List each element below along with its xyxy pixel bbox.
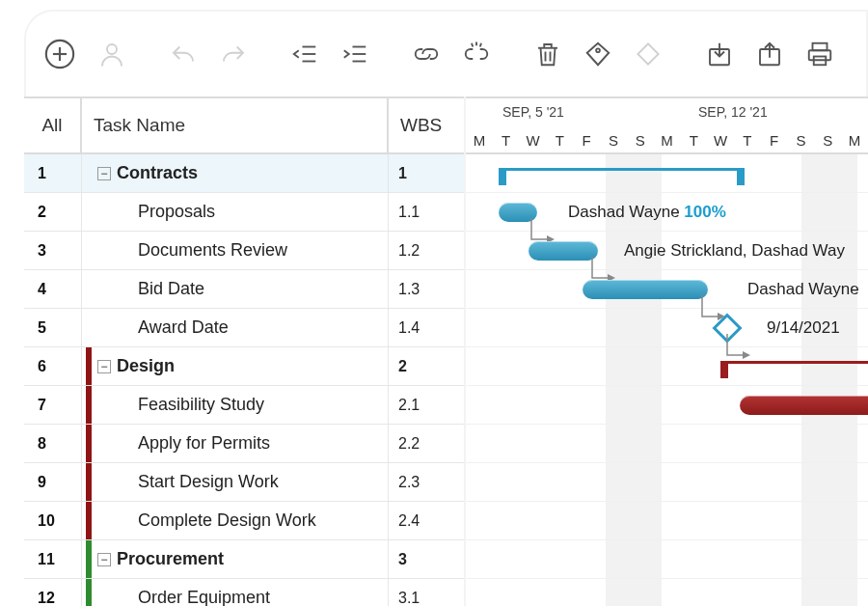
gantt-panel: SEP, 5 '21SEP, 12 '21 MTWTFSSMTWTFSSM Da… <box>466 96 868 606</box>
task-cell[interactable]: −Procurement <box>82 540 389 578</box>
link-icon[interactable] <box>412 38 441 70</box>
upload-icon[interactable] <box>755 38 784 70</box>
gantt-row[interactable]: Dashad Wayne <box>466 270 868 309</box>
table-row[interactable]: 8Apply for Permits2.2 <box>24 425 464 463</box>
collapse-toggle[interactable]: − <box>97 553 111 566</box>
gantt-row[interactable] <box>466 386 868 425</box>
collapse-toggle[interactable]: − <box>97 167 111 180</box>
wbs-cell: 1 <box>389 154 464 192</box>
toolbar <box>24 10 868 96</box>
table-header: All Task Name WBS <box>24 96 464 154</box>
summary-bar[interactable] <box>499 168 745 178</box>
task-bar[interactable] <box>740 396 868 415</box>
day-label: T <box>734 132 761 149</box>
table-row[interactable]: 10Complete Design Work2.4 <box>24 502 464 540</box>
task-bar[interactable] <box>529 241 598 261</box>
table-row[interactable]: 1−Contracts1 <box>24 154 464 193</box>
wbs-cell: 1.2 <box>389 232 464 269</box>
svg-rect-22 <box>809 50 831 60</box>
collapse-toggle[interactable]: − <box>97 360 111 373</box>
day-label: S <box>814 132 841 149</box>
task-cell[interactable]: Feasibility Study <box>82 386 389 424</box>
tag-icon[interactable] <box>583 38 612 70</box>
outdent-icon[interactable] <box>290 38 319 70</box>
header-taskname[interactable]: Task Name <box>82 96 389 152</box>
task-cell[interactable]: Documents Review <box>82 232 389 269</box>
header-wbs[interactable]: WBS <box>389 96 464 152</box>
person-icon[interactable] <box>97 38 126 70</box>
day-label: M <box>466 132 493 149</box>
table-row[interactable]: 11−Procurement3 <box>24 540 464 579</box>
row-number: 5 <box>24 309 82 346</box>
task-name-label: Feasibility Study <box>138 395 264 415</box>
trash-icon[interactable] <box>533 38 562 70</box>
table-row[interactable]: 9Start Design Work2.3 <box>24 463 464 502</box>
task-cell[interactable]: Start Design Work <box>82 463 389 501</box>
gantt-body[interactable]: Dashad Wayne 100%Angie Strickland, Dasha… <box>466 154 868 606</box>
add-icon[interactable] <box>43 38 76 70</box>
day-label: S <box>600 132 627 149</box>
wbs-cell: 2.3 <box>389 463 464 501</box>
undo-icon[interactable] <box>169 38 198 70</box>
day-label: S <box>788 132 815 149</box>
row-number: 1 <box>24 154 82 192</box>
row-number: 9 <box>24 463 82 501</box>
task-cell[interactable]: Complete Design Work <box>82 502 389 539</box>
summary-bar[interactable] <box>720 361 868 371</box>
gantt-row[interactable] <box>466 154 868 193</box>
task-cell[interactable]: Apply for Permits <box>82 425 389 462</box>
header-all[interactable]: All <box>24 96 82 152</box>
indent-icon[interactable] <box>340 38 369 70</box>
print-icon[interactable] <box>805 38 834 70</box>
unlink-icon[interactable] <box>462 38 491 70</box>
table-row[interactable]: 5Award Date1.4 <box>24 309 464 347</box>
bar-label: Dashad Wayne 100% <box>568 203 726 222</box>
wbs-cell: 2.1 <box>389 386 464 424</box>
month-label: SEP, 5 '21 <box>502 104 564 120</box>
gantt-row[interactable]: Dashad Wayne 100% <box>466 193 868 232</box>
task-bar[interactable] <box>583 280 708 299</box>
gantt-row[interactable] <box>466 579 868 606</box>
table-row[interactable]: 12Order Equipment3.1 <box>24 579 464 606</box>
svg-rect-16 <box>637 43 658 64</box>
day-label: W <box>707 132 734 149</box>
wbs-cell: 1.3 <box>389 270 464 308</box>
bar-label: Dashad Wayne <box>747 280 859 299</box>
day-label: M <box>841 132 868 149</box>
wbs-cell: 2 <box>389 347 464 385</box>
gantt-row[interactable] <box>466 540 868 579</box>
gantt-row[interactable]: 9/14/2021 <box>466 309 868 347</box>
table-row[interactable]: 4Bid Date1.3 <box>24 270 464 309</box>
table-row[interactable]: 2Proposals1.1 <box>24 193 464 232</box>
gantt-row[interactable] <box>466 502 868 540</box>
row-number: 10 <box>24 502 82 539</box>
table-row[interactable]: 3Documents Review1.2 <box>24 232 464 270</box>
svg-point-3 <box>107 44 117 54</box>
task-cell[interactable]: Bid Date <box>82 270 389 308</box>
table-row[interactable]: 6−Design2 <box>24 347 464 386</box>
wbs-cell: 1.1 <box>389 193 464 231</box>
gantt-row[interactable] <box>466 463 868 502</box>
download-icon[interactable] <box>705 38 734 70</box>
task-cell[interactable]: −Contracts <box>82 154 389 192</box>
milestone-icon[interactable] <box>634 38 663 70</box>
svg-line-11 <box>472 43 473 47</box>
table-row[interactable]: 7Feasibility Study2.1 <box>24 386 464 425</box>
task-name-label: Award Date <box>138 317 229 338</box>
row-number: 4 <box>24 270 82 308</box>
wbs-cell: 2.4 <box>389 502 464 539</box>
task-table: All Task Name WBS 1−Contracts12Proposals… <box>24 96 466 606</box>
task-cell[interactable]: −Design <box>82 347 389 385</box>
task-cell[interactable]: Order Equipment <box>82 579 389 606</box>
task-cell[interactable]: Award Date <box>82 309 389 346</box>
gantt-row[interactable] <box>466 425 868 463</box>
task-cell[interactable]: Proposals <box>82 193 389 231</box>
table-body: 1−Contracts12Proposals1.13Documents Revi… <box>24 154 464 606</box>
gantt-row[interactable]: Angie Strickland, Dashad Way <box>466 232 868 270</box>
redo-icon[interactable] <box>219 38 248 70</box>
day-label: F <box>573 132 600 149</box>
task-name-label: Contracts <box>117 163 198 183</box>
svg-line-12 <box>480 43 481 47</box>
bar-label: Angie Strickland, Dashad Way <box>624 241 845 261</box>
gantt-row[interactable] <box>466 347 868 386</box>
